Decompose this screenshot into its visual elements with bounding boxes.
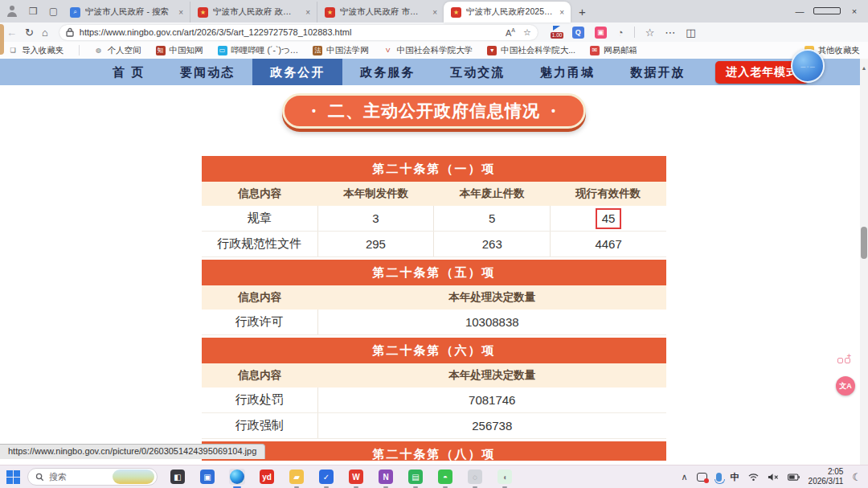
bookmark-item[interactable]: 知中国知网	[156, 45, 203, 56]
volume-muted-icon[interactable]	[768, 473, 779, 482]
bookmark-item[interactable]: ▾中国社会科学院大...	[487, 45, 575, 56]
tab-actions-icon[interactable]: ▢	[49, 6, 58, 16]
cnki-icon: 知	[156, 46, 166, 55]
scroll-up-arrow[interactable]: ▲	[860, 59, 868, 71]
tab-title: 宁波市人民政府 - 搜索	[85, 6, 172, 18]
check-app-icon[interactable]: ✓	[318, 469, 334, 485]
taskbar-search[interactable]: 搜索	[27, 468, 158, 486]
restore-button[interactable]	[813, 0, 841, 23]
green-store-app-icon[interactable]: ▤	[407, 469, 424, 485]
heading-right-dot: •	[551, 105, 556, 117]
table-header-row: 信息内容本年制发件数本年废止件数现行有效件数	[202, 182, 666, 206]
file-explorer-icon[interactable]: ▰	[289, 469, 305, 485]
bookmark-item[interactable]: ▭哔哩哔哩 (´-`)つ…	[218, 45, 299, 56]
scrollbar-thumb[interactable]	[861, 227, 867, 259]
cookie-extension-icon[interactable]: ◔	[617, 27, 624, 38]
widgets-icon[interactable]: ▣	[199, 469, 215, 485]
back-icon[interactable]: ←	[6, 27, 17, 38]
split-screen-icon[interactable]: ◫	[686, 27, 695, 38]
browser-tab[interactable]: ★宁波市人民政府2025年政府信息…×	[444, 2, 571, 23]
nav-item[interactable]: 魅力甬城	[522, 59, 612, 85]
home-icon[interactable]: ⌂	[42, 27, 48, 38]
flag-extension-icon[interactable]: 1.00	[551, 26, 562, 39]
table-header-row: 信息内容本年处理决定数量	[202, 285, 666, 310]
blue-extension-icon[interactable]: Q	[572, 27, 584, 39]
url-text[interactable]: https://www.ningbo.gov.cn/art/2026/3/5/a…	[80, 27, 500, 37]
nav-item[interactable]: 互动交流	[432, 59, 522, 85]
tray-chevron-icon[interactable]: ∧	[682, 473, 688, 482]
collect-float-button[interactable]: +	[837, 354, 852, 367]
edge-browser-icon[interactable]	[229, 469, 245, 485]
browser-tab[interactable]: ⌕宁波市人民政府 - 搜索×	[63, 2, 190, 23]
floating-assistant-widget[interactable]	[791, 49, 825, 83]
task-view-icon[interactable]: ◧	[170, 469, 186, 485]
close-button[interactable]: ×	[841, 0, 868, 23]
table-cell: 256738	[318, 413, 667, 438]
bookmark-item[interactable]: ◍个人空间	[94, 45, 141, 56]
night-mode-icon[interactable]: ☾	[852, 472, 862, 482]
search-favicon: ⌕	[70, 7, 80, 18]
china-law-icon: 法	[313, 46, 322, 55]
bookmark-item[interactable]: ✉网易邮箱	[590, 45, 637, 56]
microphone-icon[interactable]	[716, 473, 722, 482]
table-cell: 263	[434, 232, 551, 256]
chat-app-icon[interactable]: ◖	[497, 469, 513, 485]
purple-note-app-icon[interactable]: N	[378, 469, 394, 485]
site-nav-bar: 首 页要闻动态政务公开政务服务互动交流魅力甬城数据开放进入老年模式	[0, 59, 860, 85]
bookmark-label: 网易邮箱	[604, 45, 637, 56]
nav-item[interactable]: 要闻动态	[162, 59, 252, 85]
nav-item[interactable]: 政务服务	[342, 59, 432, 85]
ime-indicator[interactable]: 中	[731, 471, 739, 483]
table-cell: 4467	[551, 232, 666, 256]
weather-thumbnail[interactable]	[113, 470, 154, 484]
wps-office-glyph: W	[349, 470, 363, 484]
taskbar-apps: ◧▣yd▰✓WN▤◓◌◖	[170, 469, 513, 485]
green-store-app-glyph: ▤	[408, 470, 423, 484]
edge-sidebar-handle[interactable]	[0, 24, 4, 55]
favorite-star-icon[interactable]: ☆	[523, 27, 531, 38]
chat-app-glyph: ◖	[497, 470, 512, 484]
tab-close-icon[interactable]: ×	[431, 8, 439, 17]
tab-close-icon[interactable]: ×	[304, 8, 312, 17]
battery-icon[interactable]	[788, 474, 800, 481]
bookmark-item[interactable]: 法中国法学网	[313, 45, 369, 56]
more-menu-icon[interactable]: ⋯	[665, 27, 675, 38]
emblem-favicon: ★	[451, 7, 461, 18]
tab-close-icon[interactable]: ×	[558, 8, 566, 17]
gray-ring-app-icon[interactable]: ◌	[467, 469, 483, 485]
tab-close-icon[interactable]: ×	[177, 8, 185, 17]
minimize-button[interactable]: —	[786, 0, 813, 23]
translate-float-button[interactable]: 文A	[836, 376, 855, 396]
info-table: 第二十条第（六）项信息内容本年处理决定数量行政处罚7081746行政强制2567…	[202, 338, 666, 439]
bookmark-item[interactable]: ❏导入收藏夹	[8, 45, 64, 56]
system-tray: ∧ 中 2:05 2026/3/11 ☾	[682, 467, 862, 486]
clock-date: 2026/3/11	[809, 477, 844, 486]
table-row: 规章3545	[202, 206, 666, 232]
collections-icon[interactable]: ☆	[645, 27, 655, 38]
taskbar-clock[interactable]: 2:05 2026/3/11	[809, 467, 844, 486]
nav-item[interactable]: 政务公开	[252, 59, 342, 85]
start-button[interactable]	[6, 470, 20, 484]
nav-item[interactable]: 数据开放	[612, 59, 702, 85]
browser-tab[interactable]: ★宁波市人民政府 政务公开×	[190, 2, 317, 23]
tab-title: 宁波市人民政府 政务公开	[213, 6, 299, 18]
file-explorer-glyph: ▰	[289, 470, 304, 484]
wps-office-icon[interactable]: W	[348, 469, 364, 485]
scrollbar[interactable]: ▲	[860, 59, 868, 465]
refresh-icon[interactable]: ↻	[25, 27, 34, 38]
address-bar[interactable]: https://www.ningbo.gov.cn/art/2026/3/5/a…	[59, 25, 538, 40]
read-aloud-icon[interactable]: AA	[506, 27, 515, 38]
wifi-icon[interactable]	[748, 473, 759, 482]
youdao-dict-icon[interactable]: yd	[259, 469, 275, 485]
browser-tab[interactable]: ★宁波市人民政府 市政府×	[317, 2, 444, 23]
profile-icon[interactable]	[6, 6, 18, 17]
new-tab-button[interactable]: +	[571, 2, 594, 23]
bookmark-item[interactable]: V中国社会科学院大学	[383, 45, 473, 56]
screen-record-icon[interactable]	[697, 473, 707, 482]
table-title: 第二十条第（五）项	[202, 260, 666, 285]
wechat-icon[interactable]: ◓	[437, 469, 453, 485]
pink-extension-icon[interactable]: ▣	[595, 27, 607, 39]
nav-item[interactable]: 首 页	[95, 59, 162, 85]
emblem-favicon: ★	[198, 7, 208, 18]
workspaces-icon[interactable]: ❒	[29, 6, 38, 16]
